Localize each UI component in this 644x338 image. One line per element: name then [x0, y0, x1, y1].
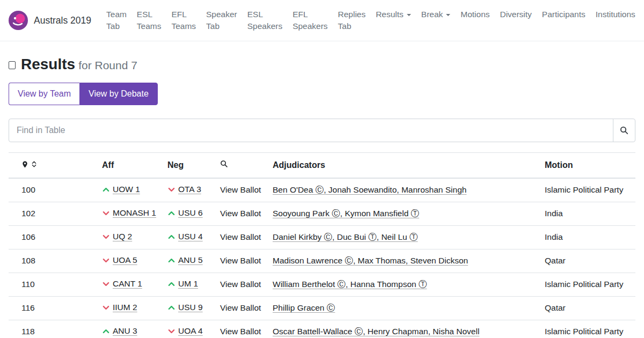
ballot-cell: View Ballot	[220, 320, 273, 338]
chevron-up-icon	[102, 186, 110, 196]
table-row: 100 UOW 1 OTA 3 View Ballot Ben O'Dea Ⓒ,…	[9, 178, 635, 202]
results-table: Aff Neg Adjudicators Motion 100 UOW 1	[9, 152, 635, 338]
neg-team[interactable]: USU 9	[178, 303, 203, 312]
neg-cell: UM 1	[167, 273, 220, 296]
venue-cell: 108	[9, 249, 102, 273]
adjudicators-cell[interactable]: Ben O'Dea Ⓒ, Jonah Soewandito, Manroshan…	[273, 185, 466, 194]
venue-number: 108	[21, 256, 35, 265]
adjudicators-td: William Berthelot Ⓒ, Hanna Thompson Ⓣ	[273, 273, 545, 296]
search-button[interactable]	[613, 119, 635, 142]
view-ballot-link[interactable]: View Ballot	[220, 280, 261, 289]
neg-cell: USU 6	[167, 202, 220, 225]
ballot-column-header[interactable]	[220, 153, 273, 178]
adjudicators-cell[interactable]: Madison Lawrence Ⓒ, Max Thomas, Steven D…	[273, 256, 468, 265]
view-by-debate-button[interactable]: View by Debate	[79, 83, 158, 105]
aff-team[interactable]: CANT 1	[113, 279, 142, 288]
adjudicators-td: Sooyoung Park Ⓒ, Kymon Mansfield Ⓣ	[273, 202, 545, 225]
aff-cell: UOW 1	[102, 178, 167, 202]
chevron-down-icon	[167, 186, 175, 196]
aff-team[interactable]: UOA 5	[113, 255, 137, 264]
find-in-table-input[interactable]	[9, 119, 613, 142]
motion-cell[interactable]: Qatar	[545, 256, 566, 265]
nav-item-esl-teams[interactable]: ESL Teams	[137, 9, 162, 41]
venue-cell: 118	[9, 320, 102, 338]
nav-item-results[interactable]: Results	[376, 9, 411, 41]
venue-column-header[interactable]	[9, 153, 102, 178]
motion-cell[interactable]: Qatar	[545, 303, 566, 312]
nav-item-motions[interactable]: Motions	[460, 9, 489, 41]
nav-item-label: Motions	[460, 10, 489, 19]
view-ballot-link[interactable]: View Ballot	[220, 303, 261, 312]
view-ballot-link[interactable]: View Ballot	[220, 232, 261, 241]
neg-team[interactable]: UM 1	[178, 279, 198, 288]
adjudicators-cell[interactable]: Daniel Kirkby Ⓒ, Duc Bui Ⓣ, Neil Lu Ⓣ	[273, 232, 418, 241]
view-by-team-button[interactable]: View by Team	[9, 83, 79, 105]
adjudicators-cell[interactable]: Oscar Battell-Wallace Ⓒ, Henry Chapman, …	[273, 327, 479, 336]
page-subtitle: for Round 7	[78, 59, 137, 71]
chevron-up-icon	[167, 280, 175, 290]
venue-pin-icon	[21, 160, 28, 168]
aff-cell: IIUM 2	[102, 296, 167, 320]
table-body: 100 UOW 1 OTA 3 View Ballot Ben O'Dea Ⓒ,…	[9, 178, 635, 338]
chevron-up-icon	[167, 304, 175, 314]
neg-team[interactable]: UOA 4	[178, 326, 203, 335]
motion-td: Qatar	[545, 296, 635, 320]
view-ballot-link[interactable]: View Ballot	[220, 256, 261, 265]
view-ballot-link[interactable]: View Ballot	[220, 327, 261, 336]
nav-item-participants[interactable]: Participants	[542, 9, 586, 41]
brand[interactable]: Australs 2019	[9, 0, 91, 41]
aff-column-header[interactable]: Aff	[102, 153, 167, 178]
aff-team[interactable]: UOW 1	[113, 185, 140, 194]
venue-cell: 100	[9, 178, 102, 202]
motion-cell[interactable]: Islamic Political Party	[545, 185, 623, 194]
neg-team[interactable]: OTA 3	[178, 185, 201, 194]
navbar: Australs 2019 Team Tab ESL Teams EFL Tea…	[0, 0, 644, 41]
nav-item-efl-speakers[interactable]: EFL Speakers	[292, 9, 327, 41]
nav-item-institutions[interactable]: Institutions	[596, 9, 635, 41]
neg-column-header[interactable]: Neg	[167, 153, 220, 178]
chevron-down-icon	[167, 327, 175, 337]
nav-menu: Team Tab ESL Teams EFL Teams Speaker Tab…	[106, 0, 635, 41]
page-title: Resultsfor Round 7	[9, 55, 635, 75]
aff-team[interactable]: MONASH 1	[113, 208, 156, 217]
aff-cell: UOA 5	[102, 249, 167, 273]
motion-column-header[interactable]: Motion	[545, 153, 635, 178]
nav-item-esl-speakers[interactable]: ESL Speakers	[247, 9, 282, 41]
adjudicators-cell[interactable]: William Berthelot Ⓒ, Hanna Thompson Ⓣ	[273, 280, 427, 289]
aff-team[interactable]: UQ 2	[113, 232, 132, 241]
adjudicators-cell[interactable]: Sooyoung Park Ⓒ, Kymon Mansfield Ⓣ	[273, 209, 419, 218]
motion-cell[interactable]: Islamic Political Party	[545, 327, 623, 336]
chevron-down-icon	[102, 209, 110, 219]
neg-team[interactable]: USU 4	[178, 232, 203, 241]
chevron-down-icon	[102, 256, 110, 267]
search-icon	[620, 126, 628, 135]
venue-cell: 110	[9, 273, 102, 296]
view-ballot-link[interactable]: View Ballot	[220, 209, 261, 218]
ballot-cell: View Ballot	[220, 225, 273, 249]
venue-cell: 106	[9, 225, 102, 249]
nav-item-efl-teams[interactable]: EFL Teams	[171, 9, 196, 41]
table-row: 118 ANU 3 UOA 4 View Ballot Oscar Battel…	[9, 320, 635, 338]
table-row: 102 MONASH 1 USU 6 View Ballot Sooyoung …	[9, 202, 635, 225]
motion-cell[interactable]: India	[545, 232, 563, 241]
view-toggle-group: View by Team View by Debate	[9, 83, 158, 105]
nav-item-speaker-tab[interactable]: Speaker Tab	[206, 9, 237, 41]
nav-item-diversity[interactable]: Diversity	[500, 9, 531, 41]
table-row: 108 UOA 5 ANU 5 View Ballot Madison Lawr…	[9, 249, 635, 273]
chevron-down-icon	[407, 14, 411, 16]
adjudicators-cell[interactable]: Phillip Gracen Ⓒ	[273, 303, 335, 312]
motion-cell[interactable]: Islamic Political Party	[545, 280, 623, 289]
adjudicators-td: Oscar Battell-Wallace Ⓒ, Henry Chapman, …	[273, 320, 545, 338]
nav-item-break[interactable]: Break	[421, 9, 451, 41]
motion-cell[interactable]: India	[545, 209, 563, 218]
adjudicators-column-header[interactable]: Adjudicators	[273, 153, 545, 178]
view-ballot-link[interactable]: View Ballot	[220, 185, 261, 194]
aff-team[interactable]: IIUM 2	[113, 303, 137, 312]
nav-item-label: ESL Teams	[137, 10, 162, 31]
nav-item-replies-tab[interactable]: Replies Tab	[338, 9, 366, 41]
nav-item-team-tab[interactable]: Team Tab	[106, 9, 127, 41]
aff-team[interactable]: ANU 3	[113, 326, 137, 335]
nav-item-label: Replies Tab	[338, 10, 366, 31]
neg-team[interactable]: ANU 5	[178, 255, 203, 264]
neg-team[interactable]: USU 6	[178, 208, 203, 217]
